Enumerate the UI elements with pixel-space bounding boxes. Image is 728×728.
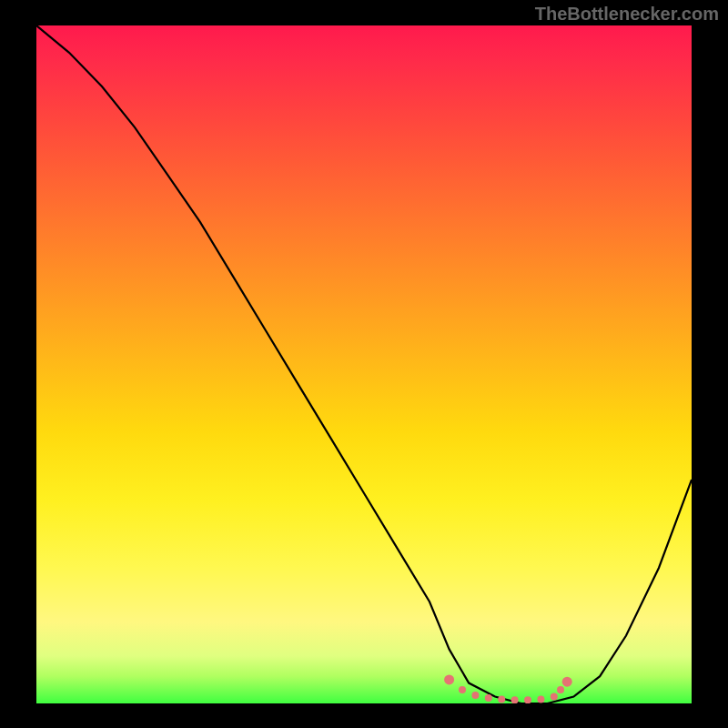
highlight-dot: [551, 693, 558, 701]
highlight-dot: [524, 696, 531, 703]
bottleneck-curve: [36, 25, 692, 703]
highlight-dot: [557, 686, 564, 693]
highlight-dot: [485, 694, 492, 702]
attribution-text: TheBottlenecker.com: [535, 4, 719, 25]
highlight-dot: [511, 696, 519, 703]
highlight-dot: [562, 677, 572, 687]
highlight-dot: [459, 686, 466, 693]
highlight-dot: [537, 696, 544, 703]
plot-area: [36, 25, 692, 703]
curve-overlay: [36, 25, 692, 703]
highlight-dot: [498, 696, 505, 703]
highlight-dot: [444, 674, 454, 684]
highlight-dot: [471, 692, 479, 699]
chart-container: TheBottlenecker.com: [0, 0, 728, 728]
